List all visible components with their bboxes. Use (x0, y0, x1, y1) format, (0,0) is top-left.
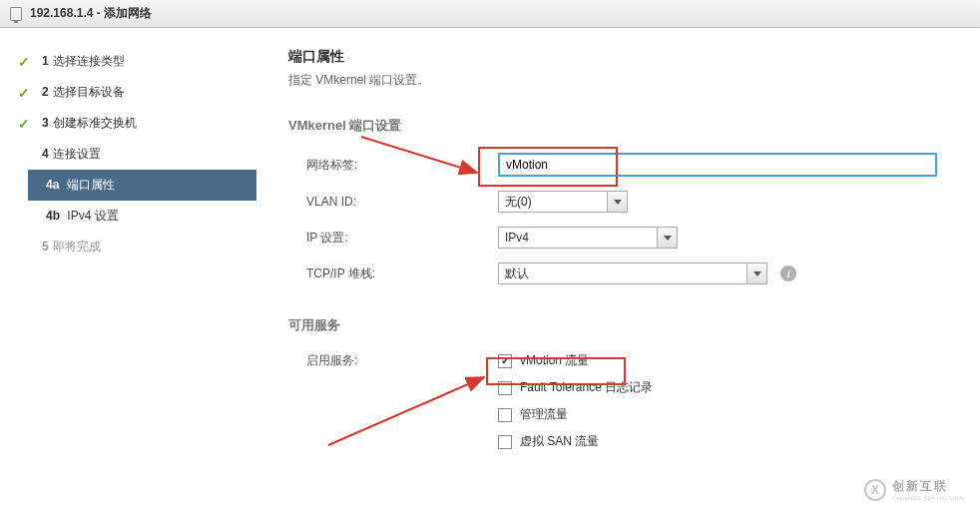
wizard-main: 端口属性 指定 VMkernel 端口设置。 VMkernel 端口设置 网络标… (264, 28, 980, 513)
select-value: IPv4 (498, 227, 658, 249)
step-create-vswitch[interactable]: ✓ 3创建标准交换机 (0, 108, 264, 139)
watermark: X 创新互联 CHUANG XIN HU LIAN (856, 474, 972, 505)
label-tcpip-stack: TCP/IP 堆栈: (288, 265, 498, 282)
info-icon[interactable]: i (780, 265, 796, 281)
service-vmotion[interactable]: vMotion 流量 (498, 352, 956, 369)
checkbox-icon[interactable] (498, 408, 512, 422)
vlan-id-select[interactable]: 无(0) (498, 191, 628, 213)
section-vmkernel-title: VMkernel 端口设置 (288, 117, 956, 135)
section-services-title: 可用服务 (288, 316, 956, 334)
step-num: 5 (42, 240, 49, 254)
step-label: 创建标准交换机 (53, 116, 137, 130)
checkbox-label: 管理流量 (520, 406, 568, 423)
step-ipv4-settings[interactable]: 4b IPv4 设置 (0, 201, 264, 232)
host-icon (10, 7, 22, 21)
chevron-down-icon[interactable] (747, 262, 767, 284)
step-label: 即将完成 (53, 240, 101, 254)
network-label-input[interactable] (498, 153, 937, 177)
watermark-pinyin: CHUANG XIN HU LIAN (892, 495, 964, 501)
check-icon: ✓ (18, 54, 32, 70)
step-port-properties[interactable]: 4a 端口属性 (28, 170, 256, 201)
step-num: 4 (42, 147, 49, 161)
page-subtitle: 指定 VMkernel 端口设置。 (288, 72, 956, 89)
step-num: 2 (42, 85, 49, 99)
chevron-down-icon[interactable] (608, 191, 628, 213)
step-label: 选择目标设备 (53, 85, 125, 99)
watermark-brand: 创新互联 (892, 478, 964, 495)
step-label: IPv4 设置 (67, 209, 118, 223)
check-icon: ✓ (18, 85, 32, 101)
checkbox-label: vMotion 流量 (520, 352, 589, 369)
step-num: 4a (46, 178, 59, 192)
checkbox-label: Fault Tolerance 日志记录 (520, 379, 653, 396)
row-vlan-id: VLAN ID: 无(0) (288, 191, 956, 213)
service-fault-tolerance[interactable]: Fault Tolerance 日志记录 (498, 379, 956, 396)
row-network-label: 网络标签: (288, 153, 956, 177)
step-ready-to-complete: ✓ 5即将完成 (0, 232, 264, 262)
row-enable-services: 启用服务: vMotion 流量 Fault Tolerance 日志记录 管理… (288, 352, 956, 460)
chevron-down-icon[interactable] (658, 227, 678, 249)
wizard-container: ✓ 1选择连接类型 ✓ 2选择目标设备 ✓ 3创建标准交换机 ✓ 4连接设置 4… (0, 28, 980, 513)
step-connection-type[interactable]: ✓ 1选择连接类型 (0, 46, 264, 77)
select-value: 无(0) (498, 191, 608, 213)
step-label: 端口属性 (67, 178, 115, 192)
step-num: 4b (46, 209, 60, 223)
ip-settings-select[interactable]: IPv4 (498, 227, 678, 249)
checkbox-icon[interactable] (498, 381, 512, 395)
step-target-device[interactable]: ✓ 2选择目标设备 (0, 77, 264, 108)
tcpip-stack-select[interactable]: 默认 (498, 262, 767, 284)
service-management[interactable]: 管理流量 (498, 406, 956, 423)
titlebar: 192.168.1.4 - 添加网络 (0, 0, 980, 28)
select-value: 默认 (498, 262, 747, 284)
watermark-logo-icon: X (864, 479, 886, 501)
step-label: 选择连接类型 (53, 54, 125, 68)
check-icon: ✓ (18, 116, 32, 132)
checkbox-icon[interactable] (498, 354, 512, 368)
row-ip-settings: IP 设置: IPv4 (288, 227, 956, 249)
checkbox-label: 虚拟 SAN 流量 (520, 433, 599, 450)
step-connection-settings[interactable]: ✓ 4连接设置 (0, 139, 264, 170)
label-ip-settings: IP 设置: (288, 230, 498, 247)
label-vlan-id: VLAN ID: (288, 195, 498, 209)
wizard-sidebar: ✓ 1选择连接类型 ✓ 2选择目标设备 ✓ 3创建标准交换机 ✓ 4连接设置 4… (0, 28, 264, 513)
label-enable-services: 启用服务: (288, 352, 498, 369)
checkbox-icon[interactable] (498, 435, 512, 449)
row-tcpip-stack: TCP/IP 堆栈: 默认 i (288, 262, 956, 284)
window-title: 192.168.1.4 - 添加网络 (30, 5, 152, 22)
step-label: 连接设置 (53, 147, 101, 161)
service-vsan[interactable]: 虚拟 SAN 流量 (498, 433, 956, 450)
step-num: 3 (42, 116, 49, 130)
step-num: 1 (42, 54, 49, 68)
page-title: 端口属性 (288, 48, 956, 66)
label-network-label: 网络标签: (288, 157, 498, 174)
